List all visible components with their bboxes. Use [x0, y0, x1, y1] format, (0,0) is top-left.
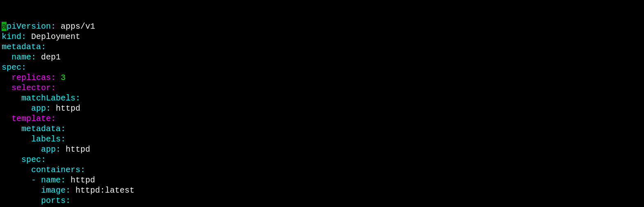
code-token: httpd: [66, 145, 90, 154]
code-token: apps/v1: [61, 22, 95, 31]
code-token: Deployment: [31, 32, 80, 41]
code-token: metadata:: [2, 42, 46, 52]
code-token: app:: [2, 104, 56, 113]
code-line-15: containers:: [2, 165, 642, 175]
code-line-17: image: httpd:latest: [2, 185, 642, 196]
code-line-16: - name: httpd: [2, 175, 642, 185]
code-token: dep1: [41, 52, 61, 62]
code-line-7: selector:: [2, 83, 642, 93]
code-line-1: apiVersion: apps/v1: [2, 21, 642, 32]
code-line-5: spec:: [2, 62, 642, 73]
code-token: spec:: [2, 155, 46, 164]
code-token: httpd:latest: [75, 186, 134, 195]
code-line-3: metadata:: [2, 42, 642, 52]
code-token: ports:: [2, 196, 71, 205]
code-line-8: matchLabels:: [2, 93, 642, 103]
code-line-12: labels:: [2, 134, 642, 144]
code-line-18: ports:: [2, 196, 642, 206]
code-token: spec:: [2, 63, 26, 72]
code-line-6: replicas: 3: [2, 73, 642, 83]
code-line-4: name: dep1: [2, 52, 642, 62]
code-token: - name:: [2, 175, 71, 185]
code-line-14: spec:: [2, 155, 642, 165]
code-content: apiVersion: apps/v1kind: Deploymentmetad…: [0, 0, 644, 207]
code-token: metadata:: [2, 124, 66, 134]
code-line-9: app: httpd: [2, 103, 642, 114]
code-token: httpd: [56, 104, 80, 113]
code-token: labels:: [2, 134, 66, 144]
code-line-10: template:: [2, 114, 642, 124]
code-token: kind:: [2, 32, 31, 41]
code-token: image:: [2, 186, 75, 195]
code-token: app:: [2, 145, 66, 154]
code-token: httpd: [71, 175, 95, 185]
code-editor[interactable]: apiVersion: apps/v1kind: Deploymentmetad…: [0, 0, 644, 207]
code-token: name:: [2, 52, 41, 62]
code-line-13: app: httpd: [2, 144, 642, 155]
code-line-11: metadata:: [2, 124, 642, 134]
code-token: 3: [61, 73, 66, 82]
code-token: template:: [2, 114, 56, 123]
code-line-2: kind: Deployment: [2, 32, 642, 42]
code-token: containers:: [2, 165, 85, 175]
code-token: a: [2, 22, 7, 31]
code-token: matchLabels:: [2, 93, 80, 103]
code-token: replicas:: [2, 73, 61, 82]
code-token: selector:: [2, 83, 56, 93]
code-token: piVersion:: [7, 22, 61, 31]
